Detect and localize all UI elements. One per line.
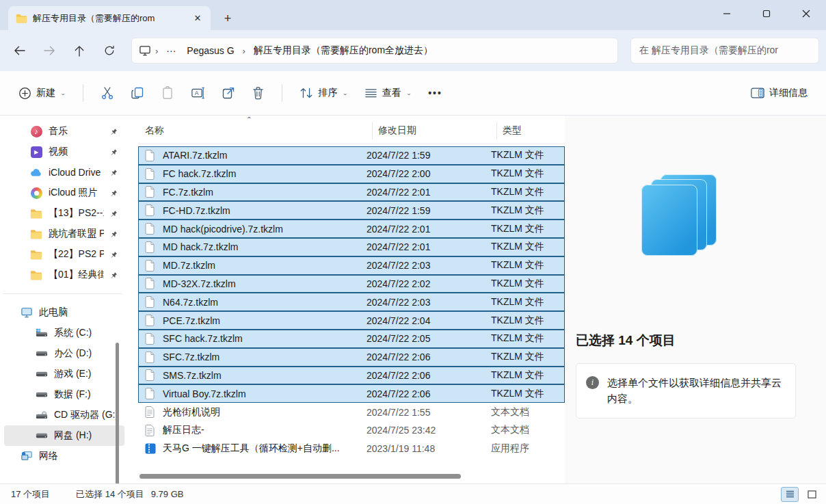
- refresh-button[interactable]: [96, 38, 123, 63]
- search-input[interactable]: 在 解压专用目录（需要解压的ror: [630, 38, 819, 64]
- sidebar-item-drive[interactable]: 数据 (F:): [4, 384, 124, 405]
- sidebar-item[interactable]: ▶视频: [4, 142, 124, 162]
- file-icon: [145, 241, 157, 253]
- file-row[interactable]: FC-HD.7z.tkzlm2024/7/22 1:59TKZLM 文件: [138, 201, 565, 220]
- file-icon: [145, 150, 157, 161]
- sidebar-item[interactable]: iCloud Drive: [4, 162, 124, 183]
- horizontal-scrollbar-thumb[interactable]: [139, 474, 461, 479]
- file-row[interactable]: SMS.7z.tkzlm2024/7/22 2:06TKZLM 文件: [138, 367, 565, 385]
- file-row[interactable]: FC hack.7z.tkzlm2024/7/22 2:00TKZLM 文件: [138, 165, 565, 183]
- sidebar-item[interactable]: 【01】经典街: [4, 265, 124, 285]
- details-view-toggle[interactable]: [781, 487, 799, 502]
- file-row[interactable]: 天马G 一键解压工具（循环检测+自动删...2023/1/19 11:48应用程…: [138, 440, 565, 458]
- file-name: Virtual Boy.7z.tkzlm: [163, 388, 367, 399]
- rename-icon: A: [191, 86, 205, 100]
- file-row[interactable]: PCE.7z.tkzlm2024/7/22 2:04TKZLM 文件: [138, 311, 565, 330]
- back-button[interactable]: [5, 38, 33, 63]
- delete-button[interactable]: [245, 80, 271, 106]
- sidebar-item-drive[interactable]: 办公 (D:): [4, 343, 124, 364]
- info-icon: i: [586, 376, 599, 389]
- sidebar-item-drive[interactable]: CD 驱动器 (G:): [4, 405, 124, 425]
- file-row[interactable]: 解压日志-2024/7/25 23:42文本文档: [138, 421, 565, 440]
- details-pane-button[interactable]: 详细信息: [745, 80, 814, 106]
- sidebar-item-drive[interactable]: 网盘 (H:): [4, 425, 124, 446]
- plus-circle-icon: [18, 87, 31, 100]
- sort-button[interactable]: 排序 ⌄: [293, 80, 354, 106]
- sidebar-item[interactable]: 跳坑者联盟 Pe: [4, 224, 124, 244]
- file-icon: [145, 186, 157, 198]
- new-tab-button[interactable]: +: [217, 9, 238, 28]
- file-row[interactable]: FC.7z.tkzlm2024/7/22 2:01TKZLM 文件: [138, 183, 565, 202]
- file-row[interactable]: MD.7z.tkzlm2024/7/22 2:03TKZLM 文件: [138, 256, 565, 275]
- file-explorer-window: 解压专用目录（需要解压的rom ✕ +: [0, 0, 826, 504]
- file-row[interactable]: MD hack.7z.tkzlm2024/7/22 2:01TKZLM 文件: [138, 238, 565, 256]
- breadcrumb-segment-current[interactable]: 解压专用目录（需要解压的rom全放进去）: [250, 42, 437, 59]
- horizontal-scrollbar[interactable]: [138, 473, 561, 479]
- sidebar-item-this-pc[interactable]: 此电脑: [4, 302, 124, 323]
- pin-icon: [110, 189, 118, 197]
- more-options-button[interactable]: •••: [422, 80, 449, 106]
- sidebar-item[interactable]: 【13】PS2--1: [4, 203, 124, 224]
- share-button[interactable]: [215, 80, 241, 106]
- file-date: 2024/7/22 2:06: [367, 388, 491, 399]
- folder-icon: [30, 207, 42, 220]
- tab-close-icon[interactable]: ✕: [190, 11, 205, 26]
- file-row[interactable]: N64.7z.tkzlm2024/7/22 2:03TKZLM 文件: [138, 293, 565, 311]
- breadcrumb-overflow[interactable]: ···: [162, 43, 180, 58]
- view-button[interactable]: 查看 ⌄: [358, 80, 418, 106]
- sidebar-item-label: iCloud 照片: [49, 187, 98, 199]
- file-row[interactable]: 光枪街机说明2024/7/22 1:55文本文档: [138, 403, 565, 421]
- file-row[interactable]: SFC hack.7z.tkzlm2024/7/22 2:05TKZLM 文件: [138, 330, 565, 348]
- column-header-name[interactable]: 名称: [138, 124, 372, 137]
- pin-icon: [110, 128, 118, 135]
- file-list-pane: ⌃ 名称 修改日期 类型 ATARI.7z.tkzlm2024/7/22 1:5…: [127, 116, 565, 483]
- copy-button[interactable]: [124, 80, 150, 106]
- new-button[interactable]: 新建 ⌄: [12, 80, 72, 106]
- column-header-type[interactable]: 类型: [496, 122, 565, 140]
- breadcrumb-chevron-icon: ›: [241, 46, 247, 56]
- file-row[interactable]: MD hack(picodrive).7z.tkzlm2024/7/22 2:0…: [138, 220, 565, 238]
- sidebar-item-label: 游戏 (E:): [54, 368, 91, 380]
- rename-button[interactable]: A: [185, 80, 211, 106]
- network-icon: [21, 450, 33, 462]
- breadcrumb-segment[interactable]: Pegasus G: [183, 43, 238, 58]
- folder-icon: [30, 269, 42, 281]
- address-bar[interactable]: › ··· Pegasus G › 解压专用目录（需要解压的rom全放进去）: [131, 38, 618, 64]
- item-count: 17 个项目: [11, 488, 50, 501]
- column-headers: ⌃ 名称 修改日期 类型: [138, 117, 565, 144]
- file-row[interactable]: SFC.7z.tkzlm2024/7/22 2:06TKZLM 文件: [138, 348, 565, 367]
- minimize-button[interactable]: [707, 0, 747, 27]
- close-button[interactable]: [786, 0, 826, 27]
- maximize-button[interactable]: [747, 0, 786, 27]
- file-date: 2024/7/22 2:00: [367, 168, 491, 179]
- cut-button[interactable]: [94, 80, 120, 106]
- svg-text:A: A: [195, 90, 199, 96]
- paste-button[interactable]: [155, 80, 181, 106]
- file-date: 2024/7/22 2:02: [367, 278, 491, 289]
- file-row[interactable]: MD-32X.7z.tkzlm2024/7/22 2:02TKZLM 文件: [138, 275, 565, 293]
- sidebar-item[interactable]: 【22】PS2 PC: [4, 244, 124, 265]
- up-button[interactable]: [66, 38, 93, 63]
- folder-icon: [15, 12, 27, 25]
- sidebar-item[interactable]: ♪音乐: [4, 121, 124, 142]
- sidebar-scrollbar[interactable]: [116, 343, 119, 483]
- sidebar-item-label: 办公 (D:): [54, 347, 92, 360]
- file-name: PCE.7z.tkzlm: [163, 315, 367, 326]
- paste-icon: [161, 86, 174, 100]
- system-drive-icon: [36, 327, 48, 339]
- file-type: TKZLM 文件: [491, 369, 564, 382]
- file-type: 文本文档: [491, 406, 564, 419]
- file-date: 2024/7/22 2:01: [367, 187, 491, 198]
- explorer-tab[interactable]: 解压专用目录（需要解压的rom ✕: [8, 6, 211, 30]
- file-row[interactable]: Virtual Boy.7z.tkzlm2024/7/22 2:06TKZLM …: [138, 384, 565, 403]
- column-header-date[interactable]: 修改日期: [372, 122, 496, 140]
- file-date: 2023/1/19 11:48: [367, 443, 491, 454]
- forward-button[interactable]: [36, 38, 63, 63]
- icons-view-toggle[interactable]: [803, 487, 821, 502]
- file-icon: [145, 388, 157, 399]
- sidebar-item-network[interactable]: 网络: [4, 446, 124, 466]
- sidebar-item[interactable]: iCloud 照片: [4, 183, 124, 203]
- file-row[interactable]: ATARI.7z.tkzlm2024/7/22 1:59TKZLM 文件: [138, 146, 565, 165]
- sidebar-item-drive[interactable]: 游戏 (E:): [4, 364, 124, 384]
- sidebar-item-drive[interactable]: 系统 (C:): [4, 323, 124, 343]
